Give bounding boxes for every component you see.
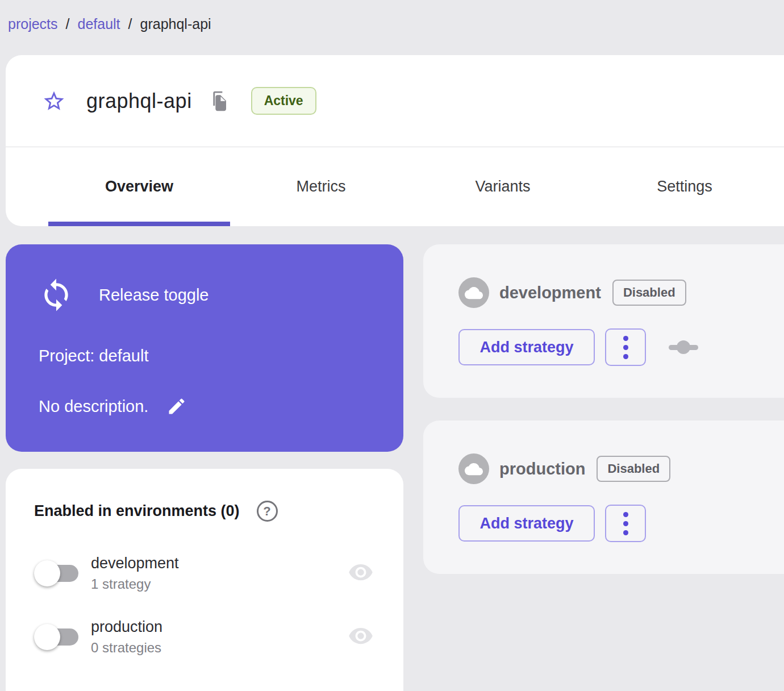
add-strategy-button[interactable]: Add strategy xyxy=(458,329,595,365)
environment-strategy-count: 0 strategies xyxy=(91,640,162,656)
status-badge: Active xyxy=(251,87,316,115)
project-label: Project: default xyxy=(39,347,381,365)
environment-name: production xyxy=(91,618,162,636)
copy-icon xyxy=(210,90,228,112)
breadcrumb: projects / default / graphql-api xyxy=(8,16,211,32)
visibility-button[interactable] xyxy=(348,564,374,583)
environment-menu-button[interactable] xyxy=(605,328,646,366)
add-strategy-button[interactable]: Add strategy xyxy=(458,505,595,542)
environment-row-development: development 1 strategy xyxy=(34,555,374,592)
eye-icon xyxy=(348,627,374,647)
development-toggle[interactable] xyxy=(34,560,80,587)
toggle-type-label: Release toggle xyxy=(99,286,208,305)
favorite-button[interactable] xyxy=(42,89,66,113)
tab-overview[interactable]: Overview xyxy=(48,147,230,226)
environment-avatar xyxy=(458,277,489,308)
tab-metrics[interactable]: Metrics xyxy=(230,147,412,226)
breadcrumb-separator: / xyxy=(128,16,132,32)
environment-row-production: production 0 strategies xyxy=(34,618,374,656)
strategy-slider-icon xyxy=(669,340,698,354)
edit-description-button[interactable] xyxy=(166,396,187,417)
description-text: No description. xyxy=(39,397,148,416)
environment-name: development xyxy=(91,555,179,572)
copy-name-button[interactable] xyxy=(210,90,228,112)
kebab-menu-icon xyxy=(623,336,628,341)
environment-status-badge: Disabled xyxy=(597,456,670,482)
tab-bar: Overview Metrics Variants Settings xyxy=(6,147,784,226)
release-toggle-card: Release toggle Project: default No descr… xyxy=(6,244,403,452)
environment-strategy-count: 1 strategy xyxy=(91,576,179,592)
release-card-header: Release toggle xyxy=(39,276,381,314)
enabled-environments-header: Enabled in environments (0) ? xyxy=(34,501,374,522)
environment-card-name: development xyxy=(499,284,601,302)
breadcrumb-separator: / xyxy=(66,16,70,32)
release-loop-icon xyxy=(39,276,74,314)
production-toggle[interactable] xyxy=(34,623,80,651)
development-environment-card: development Disabled Add strategy xyxy=(423,244,784,398)
enabled-environments-panel: Enabled in environments (0) ? developmen… xyxy=(6,469,403,691)
active-tab-indicator xyxy=(48,222,230,226)
visibility-button[interactable] xyxy=(348,627,374,647)
cloud-icon xyxy=(465,462,483,476)
tab-variants[interactable]: Variants xyxy=(412,147,594,226)
production-environment-card: production Disabled Add strategy xyxy=(423,421,784,574)
star-outline-icon xyxy=(42,89,66,113)
breadcrumb-current: graphql-api xyxy=(140,16,211,32)
breadcrumb-link-default[interactable]: default xyxy=(78,16,120,32)
environment-avatar xyxy=(458,453,489,484)
pencil-icon xyxy=(166,396,187,417)
help-icon[interactable]: ? xyxy=(257,501,278,522)
tab-settings[interactable]: Settings xyxy=(594,147,775,226)
environment-menu-button[interactable] xyxy=(605,505,646,542)
kebab-menu-icon xyxy=(623,512,628,517)
description-row: No description. xyxy=(39,396,381,417)
breadcrumb-link-projects[interactable]: projects xyxy=(8,16,58,32)
eye-icon xyxy=(348,564,374,583)
environment-card-name: production xyxy=(499,460,585,478)
enabled-environments-title: Enabled in environments (0) xyxy=(34,502,240,520)
environment-status-badge: Disabled xyxy=(612,280,686,306)
page-title: graphql-api xyxy=(86,89,192,113)
cloud-icon xyxy=(465,286,483,299)
feature-header-card: graphql-api Active Overview Metrics Vari… xyxy=(6,55,784,226)
feature-header-row: graphql-api Active xyxy=(6,55,784,147)
